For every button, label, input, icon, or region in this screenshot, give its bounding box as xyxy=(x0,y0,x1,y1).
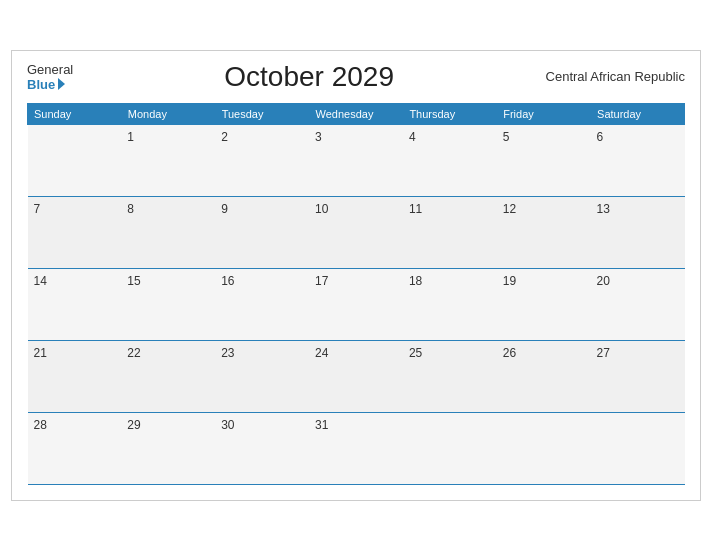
day-number: 27 xyxy=(597,346,610,360)
day-number: 8 xyxy=(127,202,134,216)
calendar-cell: 23 xyxy=(215,340,309,412)
col-wednesday: Wednesday xyxy=(309,103,403,124)
calendar-cell: 16 xyxy=(215,268,309,340)
col-friday: Friday xyxy=(497,103,591,124)
col-tuesday: Tuesday xyxy=(215,103,309,124)
day-number: 9 xyxy=(221,202,228,216)
day-number: 5 xyxy=(503,130,510,144)
calendar-cell: 21 xyxy=(28,340,122,412)
day-number: 24 xyxy=(315,346,328,360)
day-number: 11 xyxy=(409,202,422,216)
logo-triangle-icon xyxy=(58,78,65,90)
weekday-header-row: Sunday Monday Tuesday Wednesday Thursday… xyxy=(28,103,685,124)
calendar-cell: 29 xyxy=(121,412,215,484)
logo-blue-text: Blue xyxy=(27,77,65,92)
week-row-4: 21222324252627 xyxy=(28,340,685,412)
calendar-cell: 28 xyxy=(28,412,122,484)
col-saturday: Saturday xyxy=(591,103,685,124)
calendar-container: General Blue October 2029 Central Africa… xyxy=(11,50,701,501)
week-row-1: 123456 xyxy=(28,124,685,196)
calendar-cell: 10 xyxy=(309,196,403,268)
calendar-cell: 25 xyxy=(403,340,497,412)
day-number: 13 xyxy=(597,202,610,216)
calendar-cell: 30 xyxy=(215,412,309,484)
col-thursday: Thursday xyxy=(403,103,497,124)
day-number: 30 xyxy=(221,418,234,432)
calendar-cell: 11 xyxy=(403,196,497,268)
calendar-grid: Sunday Monday Tuesday Wednesday Thursday… xyxy=(27,103,685,485)
calendar-cell: 22 xyxy=(121,340,215,412)
day-number: 12 xyxy=(503,202,516,216)
day-number: 23 xyxy=(221,346,234,360)
calendar-cell: 24 xyxy=(309,340,403,412)
day-number: 3 xyxy=(315,130,322,144)
day-number: 21 xyxy=(34,346,47,360)
calendar-cell: 6 xyxy=(591,124,685,196)
calendar-cell: 8 xyxy=(121,196,215,268)
calendar-cell xyxy=(403,412,497,484)
day-number: 4 xyxy=(409,130,416,144)
day-number: 18 xyxy=(409,274,422,288)
day-number: 10 xyxy=(315,202,328,216)
calendar-region: Central African Republic xyxy=(545,69,685,84)
calendar-cell: 19 xyxy=(497,268,591,340)
calendar-header: General Blue October 2029 Central Africa… xyxy=(27,61,685,93)
day-number: 25 xyxy=(409,346,422,360)
day-number: 26 xyxy=(503,346,516,360)
col-monday: Monday xyxy=(121,103,215,124)
day-number: 16 xyxy=(221,274,234,288)
calendar-cell xyxy=(591,412,685,484)
day-number: 2 xyxy=(221,130,228,144)
calendar-cell: 31 xyxy=(309,412,403,484)
calendar-cell: 14 xyxy=(28,268,122,340)
day-number: 31 xyxy=(315,418,328,432)
col-sunday: Sunday xyxy=(28,103,122,124)
calendar-cell: 1 xyxy=(121,124,215,196)
calendar-cell: 17 xyxy=(309,268,403,340)
calendar-title: October 2029 xyxy=(73,61,545,93)
logo-general-text: General xyxy=(27,62,73,77)
day-number: 1 xyxy=(127,130,134,144)
day-number: 14 xyxy=(34,274,47,288)
calendar-cell: 3 xyxy=(309,124,403,196)
calendar-cell: 9 xyxy=(215,196,309,268)
day-number: 6 xyxy=(597,130,604,144)
logo: General Blue xyxy=(27,62,73,92)
calendar-cell: 5 xyxy=(497,124,591,196)
calendar-cell: 7 xyxy=(28,196,122,268)
calendar-cell: 20 xyxy=(591,268,685,340)
day-number: 20 xyxy=(597,274,610,288)
day-number: 7 xyxy=(34,202,41,216)
day-number: 22 xyxy=(127,346,140,360)
calendar-cell: 27 xyxy=(591,340,685,412)
calendar-cell: 13 xyxy=(591,196,685,268)
day-number: 17 xyxy=(315,274,328,288)
calendar-cell xyxy=(28,124,122,196)
calendar-cell: 2 xyxy=(215,124,309,196)
calendar-cell: 26 xyxy=(497,340,591,412)
week-row-2: 78910111213 xyxy=(28,196,685,268)
day-number: 19 xyxy=(503,274,516,288)
calendar-cell: 4 xyxy=(403,124,497,196)
day-number: 15 xyxy=(127,274,140,288)
week-row-3: 14151617181920 xyxy=(28,268,685,340)
day-number: 29 xyxy=(127,418,140,432)
calendar-cell xyxy=(497,412,591,484)
day-number: 28 xyxy=(34,418,47,432)
calendar-cell: 18 xyxy=(403,268,497,340)
calendar-cell: 12 xyxy=(497,196,591,268)
calendar-cell: 15 xyxy=(121,268,215,340)
week-row-5: 28293031 xyxy=(28,412,685,484)
